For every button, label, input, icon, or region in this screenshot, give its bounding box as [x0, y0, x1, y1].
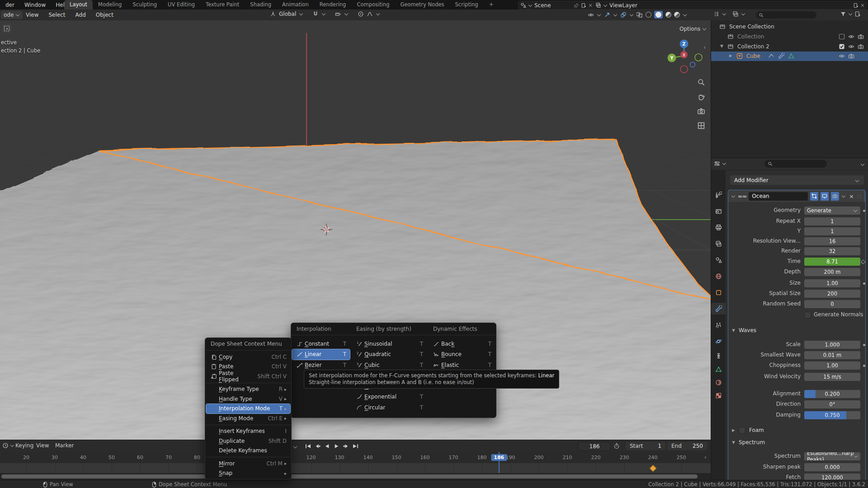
- modifier-render-toggle[interactable]: [831, 192, 839, 201]
- new-scene-icon[interactable]: [581, 3, 586, 8]
- falloff-dropdown-icon[interactable]: [376, 12, 380, 15]
- prop-field-geometry[interactable]: Generate: [804, 206, 860, 215]
- submenu-item-elastic[interactable]: ElasticT: [428, 360, 496, 371]
- timeline-menu-view[interactable]: View: [36, 442, 49, 449]
- prop-field-depth[interactable]: 200 m: [804, 268, 860, 276]
- shading-material-icon[interactable]: [665, 12, 671, 18]
- menu-item-mirror[interactable]: MirrorCtrl M▸: [205, 459, 291, 469]
- next-keyframe-button[interactable]: [341, 442, 350, 450]
- play-button[interactable]: [332, 442, 341, 450]
- keyframe-toggle-icon[interactable]: ◇: [861, 258, 865, 265]
- gizmo-z-neg-axis[interactable]: [680, 66, 688, 73]
- frame-end-field[interactable]: End250: [667, 442, 707, 450]
- zoom-view-icon[interactable]: [697, 78, 707, 88]
- outliner-row-scene-collection[interactable]: Scene Collection: [711, 22, 868, 32]
- outliner-editor-icon[interactable]: [713, 11, 720, 17]
- xray-toggle-icon[interactable]: [637, 12, 643, 18]
- prop-field-choppiness[interactable]: 1.00: [804, 361, 860, 370]
- eye-icon[interactable]: [839, 53, 845, 59]
- submenu-item-bounce[interactable]: BounceT: [428, 349, 496, 360]
- proportional-edit-icon[interactable]: [358, 11, 364, 17]
- dopesheet-channels[interactable]: [0, 463, 711, 473]
- section-expander-icon[interactable]: ▶: [732, 428, 735, 432]
- workspace-tab-sculpting[interactable]: Sculpting: [127, 0, 162, 9]
- menu-item-keyframe-type[interactable]: Keyframe TypeR▸: [205, 385, 291, 394]
- remove-viewlayer-icon[interactable]: ×: [860, 2, 865, 9]
- expander-right-icon[interactable]: ▶: [729, 53, 732, 58]
- visibility-dropdown-icon[interactable]: [588, 12, 594, 18]
- camera-icon[interactable]: [858, 33, 864, 40]
- workspace-tab-scripting[interactable]: Scripting: [450, 0, 484, 9]
- workspace-add-tab[interactable]: +: [484, 0, 499, 9]
- workspace-tab-texture-paint[interactable]: Texture Paint: [200, 0, 245, 9]
- menu-item-easing-mode[interactable]: Easing ModeCtrl E▸: [205, 413, 291, 423]
- snap-magnet-icon[interactable]: [312, 11, 319, 17]
- orientation-dropdown-icon[interactable]: [299, 12, 303, 15]
- menu-item-copy[interactable]: CopyCtrl C: [205, 352, 291, 362]
- gizmo-x-neg-axis[interactable]: [690, 62, 695, 67]
- workspace-tab-geometry-nodes[interactable]: Geometry Nodes: [395, 0, 450, 9]
- viewport-menu-object[interactable]: Object: [92, 12, 118, 18]
- panel-collapse-icon[interactable]: [731, 194, 735, 197]
- shading-solid-icon[interactable]: [654, 11, 663, 19]
- workspace-tab-layout[interactable]: Layout: [64, 0, 93, 9]
- menu-item-handle-type[interactable]: Handle TypeV▸: [205, 394, 291, 404]
- play-reverse-button[interactable]: [322, 442, 331, 450]
- active-tool-icon[interactable]: [2, 24, 11, 33]
- snap-dropdown-icon[interactable]: [322, 12, 326, 15]
- perspective-toggle-icon[interactable]: [697, 122, 707, 131]
- modifier-close-icon[interactable]: ×: [848, 193, 855, 200]
- checkbox-checked[interactable]: [839, 43, 845, 50]
- modifier-realtime-toggle[interactable]: [821, 192, 829, 201]
- scene-selector[interactable]: Scene ×: [518, 1, 595, 9]
- camera-view-icon[interactable]: [697, 107, 707, 117]
- current-frame-badge[interactable]: 186: [491, 454, 507, 461]
- workspace-tab-animation[interactable]: Animation: [277, 0, 314, 9]
- shading-rendered-icon[interactable]: [674, 12, 680, 18]
- section-foam[interactable]: ▶Foam: [711, 425, 868, 435]
- prop-field-fetch[interactable]: 120.000: [804, 474, 860, 480]
- prop-field-y[interactable]: 1: [804, 227, 860, 235]
- gizmo-y-neg-axis[interactable]: [695, 54, 702, 61]
- workspace-tab-compositing[interactable]: Compositing: [351, 0, 395, 9]
- new-viewlayer-icon[interactable]: [853, 3, 859, 8]
- submenu-item-cubic[interactable]: 3CubicT: [351, 360, 428, 371]
- outliner-row-collection-2[interactable]: ▼Collection 2: [711, 42, 868, 52]
- prop-field-spatial-size[interactable]: 200: [804, 290, 860, 298]
- filter-icon[interactable]: [840, 11, 846, 17]
- snap-with-dropdown-icon[interactable]: [344, 12, 348, 15]
- viewport-menu-view[interactable]: View: [22, 12, 42, 18]
- eye-icon[interactable]: [848, 43, 854, 50]
- submenu-item-quadratic[interactable]: 2QuadraticT: [351, 349, 428, 360]
- timeline-menu-keying[interactable]: Keying: [15, 442, 33, 449]
- submenu-item-exponential[interactable]: ExponentialT: [351, 392, 428, 403]
- outliner-display-mode-icon[interactable]: [732, 11, 739, 17]
- menu-item-snap[interactable]: Snap▸: [205, 469, 291, 479]
- unlink-scene-icon[interactable]: ×: [588, 2, 593, 9]
- topbar-menu-window[interactable]: Window: [20, 2, 50, 8]
- pin-icon[interactable]: [574, 3, 579, 8]
- camera-icon[interactable]: [848, 53, 854, 59]
- prop-field-render[interactable]: 32: [804, 247, 860, 255]
- eye-icon[interactable]: [848, 33, 854, 40]
- workspace-tab-shading[interactable]: Shading: [245, 0, 277, 9]
- overlays-toggle-icon[interactable]: [620, 12, 627, 18]
- section-spectrum[interactable]: ▼Spectrum: [711, 437, 868, 447]
- auto-keying-icon[interactable]: [612, 442, 621, 450]
- options-button[interactable]: Options: [677, 25, 709, 33]
- menu-item-delete-keyframes[interactable]: Delete Keyframes: [205, 446, 291, 456]
- mode-selector[interactable]: ode: [1, 11, 23, 19]
- properties-tab-tool[interactable]: [711, 189, 726, 201]
- prop-field-spectrum[interactable]: Established...harp Peaks): [804, 452, 860, 460]
- falloff-icon[interactable]: [367, 11, 373, 17]
- prop-field-smallest-wave[interactable]: 0.01 m: [804, 351, 860, 359]
- prop-field-wind-velocity[interactable]: 15 m/s: [804, 373, 860, 381]
- modifier-name-input[interactable]: Ocean: [749, 192, 808, 201]
- prop-field-scale[interactable]: 1.000: [804, 341, 860, 349]
- timeline-collapse-icon[interactable]: ‹: [704, 454, 707, 460]
- checkbox-generate-normals[interactable]: [804, 312, 811, 319]
- animate-dot[interactable]: [863, 210, 865, 212]
- properties-options-icon[interactable]: [861, 162, 864, 166]
- workspace-tab-modeling[interactable]: Modeling: [93, 0, 127, 9]
- viewlayer-name[interactable]: ViewLayer: [609, 2, 851, 9]
